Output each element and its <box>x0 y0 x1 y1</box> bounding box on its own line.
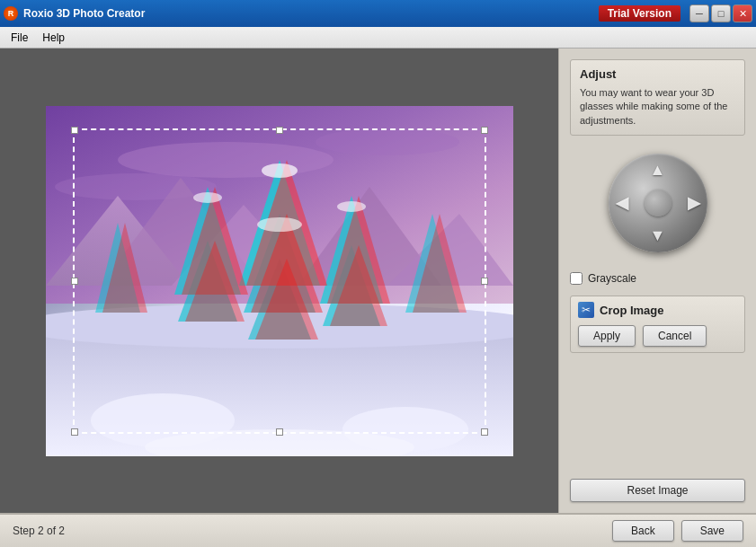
maximize-button[interactable]: □ <box>711 4 731 22</box>
main-content: Adjust You may want to wear your 3D glas… <box>0 49 756 513</box>
grayscale-row: Grayscale <box>570 270 745 287</box>
save-button[interactable]: Save <box>681 520 743 542</box>
crop-header: ✂ Crop Image <box>578 302 737 318</box>
svg-point-29 <box>262 163 298 178</box>
spacer <box>570 362 745 470</box>
close-button[interactable]: ✕ <box>733 4 752 22</box>
app-title: Roxio 3D Photo Creator <box>23 7 145 20</box>
direction-up[interactable]: ▲ <box>650 161 666 180</box>
right-panel: Adjust You may want to wear your 3D glas… <box>558 49 756 513</box>
svg-point-32 <box>337 201 366 212</box>
trial-badge: Trial Version <box>599 5 680 22</box>
adjust-description: You may want to wear your 3D glasses whi… <box>580 86 735 128</box>
menu-file[interactable]: File <box>4 30 35 46</box>
svg-point-30 <box>257 217 302 232</box>
back-button[interactable]: Back <box>612 520 674 542</box>
svg-point-2 <box>316 128 459 155</box>
title-bar-controls: ─ □ ✕ <box>689 4 752 22</box>
cancel-button[interactable]: Cancel <box>643 325 707 347</box>
direction-down[interactable]: ▼ <box>650 226 666 245</box>
apply-button[interactable]: Apply <box>578 325 636 347</box>
adjust-section: Adjust You may want to wear your 3D glas… <box>570 59 745 136</box>
title-bar-left: R Roxio 3D Photo Creator <box>4 6 145 21</box>
image-area <box>0 49 558 513</box>
grayscale-label[interactable]: Grayscale <box>588 272 636 285</box>
direction-left[interactable]: ◀ <box>616 193 628 213</box>
menu-bar: File Help <box>0 27 756 49</box>
crop-icon: ✂ <box>578 302 594 318</box>
status-bar: Step 2 of 2 Back Save <box>0 513 756 547</box>
app-icon: R <box>4 6 18 21</box>
grayscale-checkbox[interactable] <box>570 272 583 285</box>
crop-buttons: Apply Cancel <box>578 325 737 347</box>
svg-point-1 <box>118 142 334 178</box>
minimize-button[interactable]: ─ <box>689 4 709 22</box>
direction-center <box>645 190 672 216</box>
direction-circle[interactable]: ▲ ▼ ◀ ▶ <box>609 154 707 252</box>
crop-title: Crop Image <box>600 304 664 317</box>
reset-image-button[interactable]: Reset Image <box>570 479 745 502</box>
direction-right[interactable]: ▶ <box>688 193 700 213</box>
adjust-title: Adjust <box>580 67 735 81</box>
photo-container <box>46 106 513 456</box>
crop-section: ✂ Crop Image Apply Cancel <box>570 296 745 353</box>
photo-display <box>46 106 513 456</box>
direction-control[interactable]: ▲ ▼ ◀ ▶ <box>609 154 707 252</box>
nav-buttons: Back Save <box>612 520 743 542</box>
menu-help[interactable]: Help <box>35 30 72 46</box>
svg-point-31 <box>193 192 222 203</box>
step-indicator: Step 2 of 2 <box>13 525 65 537</box>
title-bar: R Roxio 3D Photo Creator Trial Version ─… <box>0 0 756 27</box>
